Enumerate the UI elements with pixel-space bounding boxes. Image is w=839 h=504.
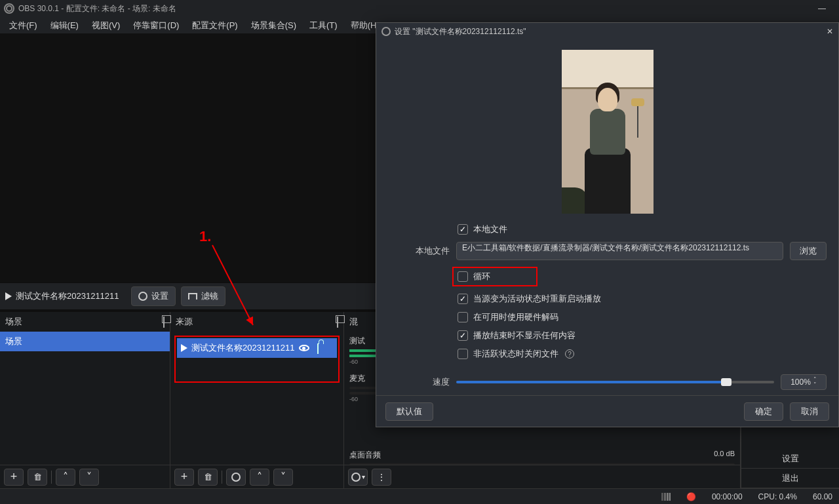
- visibility-toggle-icon[interactable]: [299, 345, 309, 351]
- window-title: OBS 30.0.1 - 配置文件: 未命名 - 场景: 未命名: [18, 3, 176, 14]
- hw-decode-checkbox[interactable]: [458, 312, 468, 322]
- path-label: 本地文件: [388, 245, 450, 257]
- sources-dock-icon[interactable]: [337, 317, 338, 327]
- local-file-label: 本地文件: [473, 223, 507, 235]
- menu-scene-collection[interactable]: 场景集合(S): [244, 20, 303, 31]
- dialog-close-button[interactable]: ✕: [827, 27, 833, 36]
- menu-file[interactable]: 文件(F): [3, 20, 44, 31]
- media-source-icon: [181, 344, 187, 352]
- defaults-button[interactable]: 默认值: [385, 402, 433, 421]
- annotation-1-label: 1.: [199, 228, 211, 245]
- menu-tools[interactable]: 工具(T): [303, 20, 344, 31]
- minimize-button[interactable]: —: [809, 4, 835, 13]
- mixer-ch2-name: 麦克: [349, 374, 365, 383]
- source-up-button[interactable]: [250, 469, 269, 486]
- mixer-ch1-name: 测试: [349, 336, 365, 345]
- speed-label: 速度: [388, 376, 450, 388]
- speed-knob[interactable]: [721, 378, 732, 386]
- restart-label: 当源变为活动状态时重新启动播放: [473, 293, 601, 305]
- filters-label: 滤镜: [201, 290, 218, 302]
- speed-value-box[interactable]: 100% ˄˅: [781, 374, 827, 390]
- cancel-button[interactable]: 取消: [790, 402, 829, 421]
- close-inactive-label: 非活跃状态时关闭文件: [473, 348, 558, 360]
- local-file-checkbox[interactable]: [458, 224, 468, 235]
- dialog-title: 设置 "测试文件名称202312112112.ts": [395, 26, 526, 37]
- source-down-button[interactable]: [273, 469, 293, 486]
- dialog-form: 本地文件 本地文件 E小二工具箱/软件数据/直播流录制器/测试文件名称/测试文件…: [376, 223, 838, 374]
- dialog-title-bar[interactable]: 设置 "测试文件名称202312112112.ts" ✕: [376, 23, 838, 40]
- separator: [51, 471, 52, 484]
- annotation-box-2: 循环: [452, 267, 537, 286]
- obs-logo-icon: [4, 3, 14, 14]
- source-item-label: 测试文件名称20231211211: [191, 342, 295, 354]
- obs-logo-icon: [381, 27, 391, 36]
- mixer-title: 混: [349, 316, 358, 328]
- remove-source-button[interactable]: [198, 469, 218, 486]
- status-bar: 🔴 00:00:00 CPU: 0.4% 60.00: [0, 488, 839, 504]
- help-icon[interactable]: ?: [565, 349, 574, 359]
- remove-scene-button[interactable]: [28, 469, 47, 486]
- speed-value: 100%: [790, 378, 811, 387]
- menu-profile[interactable]: 配置文件(P): [185, 20, 244, 31]
- loop-label: 循环: [473, 271, 490, 282]
- dialog-preview: [376, 40, 838, 223]
- settings-button[interactable]: 设置: [741, 449, 839, 469]
- mixer-ch3-name: 桌面音频: [349, 450, 381, 459]
- selected-source-display: 测试文件名称20231211211: [5, 287, 126, 305]
- dialog-button-row: 默认值 确定 取消: [376, 395, 838, 427]
- play-icon: [5, 292, 12, 300]
- annotation-box-1: 测试文件名称20231211211: [174, 336, 340, 383]
- menu-dock[interactable]: 停靠窗口(D): [127, 20, 185, 31]
- status-time-icon: 🔴: [686, 492, 696, 501]
- mixer-menu-button[interactable]: [372, 469, 391, 486]
- scenes-dock-icon[interactable]: [163, 317, 165, 327]
- separator: [222, 471, 222, 484]
- spinner-icon[interactable]: ˄˅: [813, 377, 817, 387]
- source-item[interactable]: 测试文件名称20231211211: [177, 338, 337, 358]
- scenes-title: 场景: [5, 316, 22, 328]
- status-fps: 60.00: [813, 492, 832, 501]
- hw-label: 在可用时使用硬件解码: [473, 311, 558, 323]
- sources-panel: 来源 测试文件名称20231211211: [170, 312, 344, 488]
- gear-icon: [138, 292, 147, 301]
- loop-checkbox[interactable]: [458, 271, 468, 282]
- scenes-panel: 场景 场景: [0, 312, 170, 488]
- sources-title: 来源: [176, 316, 193, 328]
- ok-button[interactable]: 确定: [744, 402, 783, 421]
- mixer-ch3-db: 0.0 dB: [714, 450, 735, 457]
- scene-item[interactable]: 场景: [0, 332, 170, 351]
- menu-edit[interactable]: 编辑(E): [44, 20, 85, 31]
- filters-button[interactable]: 滤镜: [181, 286, 225, 306]
- add-source-button[interactable]: [174, 469, 194, 486]
- scene-item-label: 场景: [5, 336, 22, 347]
- source-properties-dialog: 设置 "测试文件名称202312112112.ts" ✕ 本地文件 本地文件 E…: [376, 22, 839, 427]
- title-bar: OBS 30.0.1 - 配置文件: 未命名 - 场景: 未命名 —: [0, 0, 839, 17]
- mixer-settings-button[interactable]: ▾: [348, 469, 368, 486]
- network-icon: [661, 493, 671, 501]
- scene-up-button[interactable]: [56, 469, 75, 486]
- lock-toggle-icon[interactable]: [317, 343, 319, 353]
- file-path-input[interactable]: E小二工具箱/软件数据/直播流录制器/测试文件名称/测试文件名称20231211…: [456, 242, 783, 260]
- preview-thumbnail: [562, 50, 654, 214]
- exit-button[interactable]: 退出: [741, 469, 839, 488]
- status-cpu: CPU: 0.4%: [758, 492, 797, 501]
- filter-icon: [188, 293, 197, 300]
- properties-button[interactable]: 设置: [131, 286, 176, 306]
- menu-view[interactable]: 视图(V): [85, 20, 127, 31]
- selected-source-name: 测试文件名称20231211211: [16, 290, 119, 302]
- browse-button[interactable]: 浏览: [790, 242, 827, 260]
- tick: -60: [349, 359, 358, 365]
- speed-slider[interactable]: [456, 381, 774, 383]
- source-properties-button[interactable]: [226, 469, 246, 486]
- properties-label: 设置: [151, 290, 168, 302]
- add-scene-button[interactable]: [4, 469, 24, 486]
- hide-on-end-checkbox[interactable]: [458, 330, 468, 341]
- scene-down-button[interactable]: [79, 469, 99, 486]
- hide-end-label: 播放结束时不显示任何内容: [473, 330, 576, 341]
- status-time: 00:00:00: [712, 492, 743, 501]
- tick: -60: [349, 396, 358, 402]
- restart-on-activate-checkbox[interactable]: [458, 294, 468, 304]
- close-when-inactive-checkbox[interactable]: [458, 349, 468, 359]
